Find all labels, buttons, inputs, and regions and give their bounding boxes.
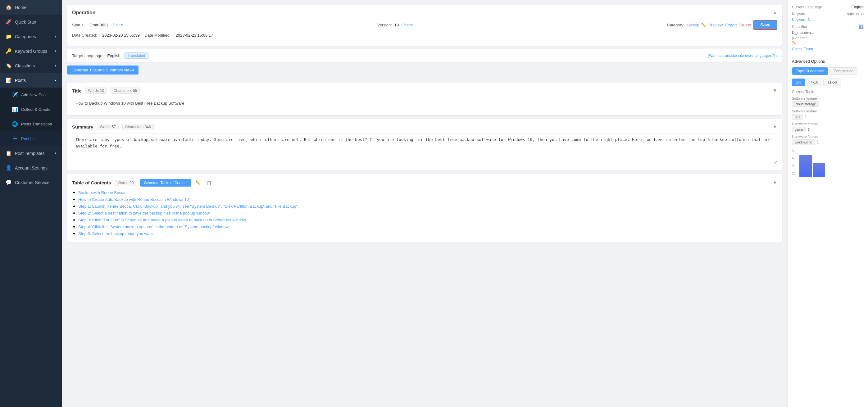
keyword-groups-icon: 🔑 — [6, 48, 12, 54]
pagination-4-10[interactable]: 4-10 — [807, 79, 822, 86]
toc-link[interactable]: Step 2: Select a destination to save the… — [78, 211, 211, 215]
date-created-label: Date Created: — [72, 33, 97, 37]
save-button[interactable]: Save — [753, 20, 777, 30]
sidebar-item-posts[interactable]: 📝 Posts ▴ — [0, 73, 62, 88]
status-value: Draft(863) — [89, 23, 108, 27]
right-panel: Current Language English Keyword backup … — [787, 0, 868, 407]
export-link[interactable]: Export — [725, 23, 737, 27]
feature-tag: sp1 — [792, 114, 803, 120]
sidebar-item-label: Account Settings — [15, 165, 48, 170]
current-topic-label: Current Topic — [792, 90, 864, 94]
target-language-label: Target Language: — [72, 53, 103, 58]
sidebar-item-categories[interactable]: 📁 Categories ▾ — [0, 29, 62, 44]
feature-tag: camo — [792, 127, 806, 132]
customer-service-icon: 💬 — [6, 180, 12, 185]
feature-type-label: Software feature — [792, 109, 864, 113]
chevron-down-icon: ▾ — [55, 34, 57, 38]
chevron-down-icon: ▾ — [121, 23, 123, 27]
posts-translation-icon: 🌐 — [12, 121, 18, 127]
toc-link[interactable]: How to Create Auto Backup with Renee Bec… — [78, 197, 189, 202]
sidebar-item-posts-translation[interactable]: 🌐 Posts Translation — [0, 117, 62, 131]
toc-collapse-icon[interactable]: ▼ — [772, 180, 777, 186]
generate-toc-button[interactable]: Generate Table of Content — [140, 179, 191, 187]
keyword-link[interactable]: Keyword S... — [792, 18, 813, 22]
chevron-up-icon: ▴ — [55, 78, 57, 82]
sidebar-item-collect-create[interactable]: 📊 Collect & Create — [0, 102, 62, 117]
category-edit-icon[interactable]: ✏️ — [701, 23, 706, 27]
category-value[interactable]: backup — [686, 23, 700, 27]
sidebar-item-add-new-post[interactable]: ✈️ Add New Post — [0, 88, 62, 102]
title-words-badge: Words 10 — [85, 88, 107, 94]
sidebar-item-quick-start[interactable]: 🚀 Quick Start — [0, 14, 62, 29]
feature-row-3: Hardware feature camo 3 — [792, 122, 864, 132]
feature-tag: icloud storage — [792, 101, 819, 107]
summary-textarea[interactable]: There are many types of backup software … — [72, 133, 777, 164]
classifier-label: Classifier — [792, 25, 807, 29]
feature-row-2: Software feature sp1 1 — [792, 109, 864, 120]
list-item: How to Create Auto Backup with Renee Bec… — [78, 196, 777, 202]
toc-copy-icon-button[interactable]: 📋 — [205, 180, 213, 186]
sidebar-item-post-templates[interactable]: 📋 Post Templates ▾ — [0, 146, 62, 160]
delete-link[interactable]: Delete — [739, 23, 751, 27]
version-label: Version: — [377, 23, 392, 27]
posts-icon: 📝 — [6, 77, 12, 83]
feature-type-label: Hardware feature — [792, 122, 864, 126]
feature-type-label: Hardware feature — [792, 135, 864, 138]
sidebar-item-label: Keyword Groups — [15, 49, 47, 54]
summary-words-badge: Words 57 — [97, 124, 119, 130]
words-value: 57 — [112, 125, 116, 129]
target-language-value: English — [107, 53, 121, 58]
sidebar-item-label: Post List — [21, 136, 37, 141]
tab-topic-suggestion[interactable]: Topic Suggestion — [792, 67, 828, 75]
title-collapse-icon[interactable]: ▼ — [772, 88, 777, 93]
sidebar-item-post-list[interactable]: ☰ Post List — [0, 131, 62, 146]
list-item: Backup with Renee Becca! — [78, 190, 777, 195]
sidebar-item-label: Customer Service — [15, 180, 50, 185]
pagination-1-3[interactable]: 1-3 — [792, 79, 805, 86]
target-language-bar: Target Language: English Translated (Wan… — [67, 50, 782, 62]
toc-link[interactable]: Step 4: Click the "System backup options… — [78, 224, 229, 229]
account-settings-icon: 👤 — [6, 165, 12, 171]
chevron-down-icon: ▾ — [55, 64, 57, 68]
translate-more-link[interactable]: (Want to translate into more languages?)… — [708, 53, 777, 58]
home-icon: 🏠 — [6, 4, 12, 10]
date-created-value: 2023-02-20 15:55:39 — [102, 33, 140, 37]
add-post-icon: ✈️ — [12, 92, 18, 98]
summary-collapse-icon[interactable]: ▼ — [772, 124, 777, 130]
pagination-11-50[interactable]: 11-50 — [823, 79, 841, 86]
toc-link[interactable]: Step 3: Click "Turn On" in Schedule and … — [78, 218, 247, 222]
check-example-link[interactable]: Check Exam... — [792, 47, 816, 51]
generate-ai-button[interactable]: Generate Title and Summary via AI — [67, 65, 138, 74]
preview-link[interactable]: Preview — [708, 23, 723, 27]
toc-list: Backup with Renee Becca! How to Create A… — [72, 190, 777, 236]
chars-label: Characters — [125, 125, 144, 129]
translated-badge: Translated — [124, 53, 149, 59]
list-item: Step 3: Click "Turn On" in Schedule and … — [78, 217, 777, 223]
bar-2 — [813, 163, 825, 177]
classifier-sub: (Generate... — [792, 36, 810, 40]
summary-chars-badge: Characters 346 — [122, 124, 154, 130]
classifier-edit-icon[interactable]: ✏️ — [792, 41, 797, 45]
toc-link[interactable]: Step 5: Select the backup mode you want. — [78, 231, 154, 236]
feature-row-4: Hardware feature windows pc 1 — [792, 135, 864, 145]
toc-edit-icon-button[interactable]: ✏️ — [194, 180, 202, 186]
collapse-icon[interactable]: ▲ — [772, 10, 777, 15]
bar-1 — [799, 155, 812, 177]
advanced-options-label: Advanced Options — [792, 59, 864, 64]
edit-label: Edit — [113, 23, 120, 27]
edit-button[interactable]: Edit ▾ — [113, 23, 123, 27]
check-link[interactable]: Check — [401, 23, 413, 27]
toc-words-badge: Words 90 — [115, 180, 137, 186]
sidebar-item-account-settings[interactable]: 👤 Account Settings — [0, 160, 62, 175]
tab-competition[interactable]: Competition — [830, 67, 858, 75]
feature-count: 1 — [805, 115, 807, 119]
title-content[interactable]: How to Backup Windows 10 with Best Free … — [72, 97, 777, 110]
toc-link[interactable]: Backup with Renee Becca! — [78, 190, 126, 195]
chars-value: 55 — [133, 89, 137, 93]
toc-link[interactable]: Step 1: Launch Renee Becca. Click "Backu… — [78, 204, 299, 209]
sidebar-item-customer-service[interactable]: 💬 Customer Service — [0, 175, 62, 190]
sidebar-item-home[interactable]: 🏠 Home — [0, 0, 62, 14]
sidebar-item-classifiers[interactable]: 🏷️ Classifiers ▾ — [0, 58, 62, 73]
sidebar-item-keyword-groups[interactable]: 🔑 Keyword Groups ▾ — [0, 44, 62, 58]
feature-count: 3 — [808, 128, 810, 131]
